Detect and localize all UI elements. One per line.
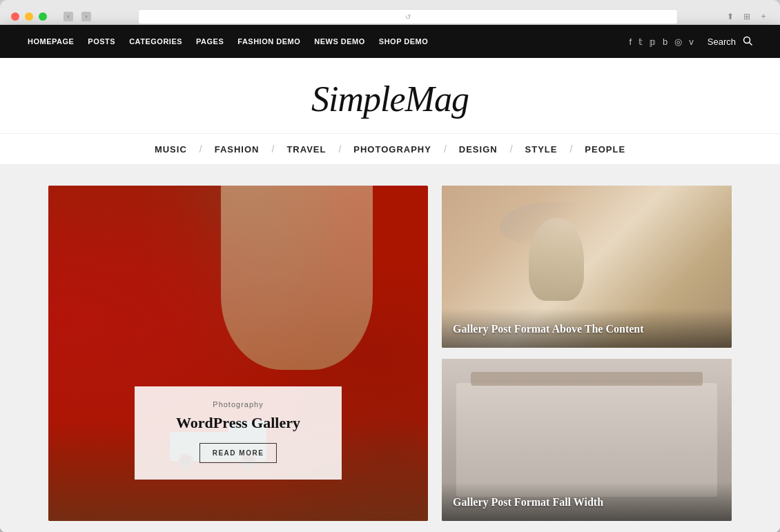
nav-pages[interactable]: PAGES <box>196 37 224 46</box>
side-post-1[interactable]: Gallery Post Format Above The Content <box>442 186 732 348</box>
instagram-icon[interactable]: ◎ <box>674 37 682 47</box>
nav-shop-demo[interactable]: SHOP DEMO <box>379 37 429 46</box>
cat-people[interactable]: PEOPLE <box>572 144 638 155</box>
cat-design[interactable]: DESIGN <box>447 144 510 155</box>
site-logo[interactable]: SimpleMag <box>0 79 780 119</box>
fullscreen-button[interactable] <box>39 12 47 21</box>
top-nav-links: HOMEPAGE POSTS CATEGORIES PAGES FASHION … <box>28 37 629 46</box>
pinterest-icon[interactable]: 𝕡 <box>650 37 656 47</box>
browser-window: HOMEPAGE POSTS CATEGORIES PAGES FASHION … <box>0 25 780 532</box>
featured-title: WordPress Gallery <box>155 414 321 432</box>
featured-post[interactable]: Photography WordPress Gallery READ MORE <box>48 186 428 521</box>
side-post-2-title: Gallery Post Format Fall Width <box>453 495 721 510</box>
read-more-button[interactable]: READ MORE <box>199 443 277 463</box>
featured-category: Photography <box>155 400 321 408</box>
side-post-1-title: Gallery Post Format Above The Content <box>453 322 721 337</box>
logo-area: SimpleMag <box>0 58 780 134</box>
share-button[interactable]: ⬆ <box>725 11 736 22</box>
url-bar[interactable]: ↺ <box>138 9 678 24</box>
facebook-icon[interactable]: f <box>629 37 632 47</box>
new-tab-button[interactable]: ⊞ <box>741 11 752 22</box>
bloglovin-icon[interactable]: b <box>663 37 667 47</box>
cat-travel[interactable]: TRAVEL <box>274 144 338 155</box>
nav-news-demo[interactable]: NEWS DEMO <box>314 37 365 46</box>
cat-photography[interactable]: PHOTOGRAPHY <box>341 144 444 155</box>
search-icon[interactable] <box>743 36 752 48</box>
nav-categories[interactable]: CATEGORIES <box>129 37 182 46</box>
side-posts: Gallery Post Format Above The Content Ga… <box>442 186 732 521</box>
nav-homepage[interactable]: HOMEPAGE <box>28 37 74 46</box>
vimeo-icon[interactable]: v <box>689 37 694 47</box>
svg-line-1 <box>750 42 752 45</box>
nav-fashion-demo[interactable]: FASHION DEMO <box>237 37 300 46</box>
mac-titlebar: ‹ › ↺ ⬆ ⊞ + <box>0 0 780 25</box>
back-button[interactable]: ‹ <box>64 12 73 21</box>
twitter-icon[interactable]: 𝕥 <box>638 37 643 47</box>
minimize-button[interactable] <box>25 12 33 21</box>
sidebar-toggle[interactable]: + <box>758 11 769 22</box>
cat-music[interactable]: MUSIC <box>142 144 199 155</box>
cat-style[interactable]: STYLE <box>513 144 570 155</box>
featured-overlay: Photography WordPress Gallery READ MORE <box>135 386 342 480</box>
search-label: Search <box>708 37 736 47</box>
forward-button[interactable]: › <box>81 12 91 21</box>
nav-posts[interactable]: POSTS <box>88 37 115 46</box>
close-button[interactable] <box>11 12 19 21</box>
side-post-1-overlay: Gallery Post Format Above The Content <box>442 308 732 348</box>
main-content: Photography WordPress Gallery READ MORE <box>0 165 780 532</box>
cat-fashion[interactable]: FASHION <box>202 144 272 155</box>
top-navbar: HOMEPAGE POSTS CATEGORIES PAGES FASHION … <box>0 25 780 58</box>
side-post-2[interactable]: Gallery Post Format Fall Width <box>442 359 732 521</box>
side-post-2-overlay: Gallery Post Format Fall Width <box>442 482 732 521</box>
top-nav-right: f 𝕥 𝕡 b ◎ v Search <box>629 36 752 48</box>
category-nav: MUSIC / FASHION / TRAVEL / PHOTOGRAPHY /… <box>0 134 780 165</box>
